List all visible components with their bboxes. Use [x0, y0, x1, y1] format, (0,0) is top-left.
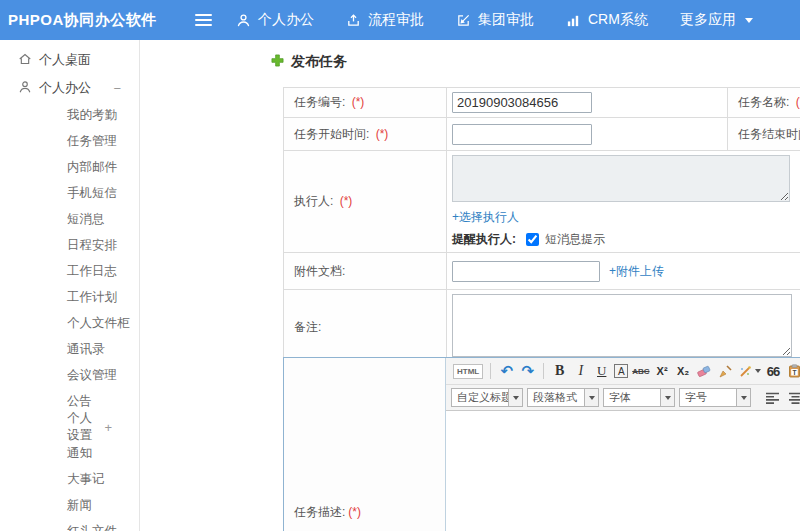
plus-icon [271, 54, 284, 70]
remove-format-eraser-icon[interactable] [696, 361, 713, 381]
remind-executor-label: 提醒执行人: [452, 231, 516, 248]
font-style-button[interactable]: A [614, 364, 628, 378]
sidebar: 个人桌面 个人办公 − 我的考勤 任务管理 内部邮件 手机短信 短消息 日程安排… [0, 40, 140, 531]
start-time-input[interactable] [452, 124, 592, 145]
sidebar-item-my-attendance[interactable]: 我的考勤 [0, 102, 139, 128]
page-title: 发布任务 [271, 53, 347, 71]
caret-down-icon [660, 389, 674, 406]
nav-label: 个人办公 [258, 11, 314, 29]
format-brush-broom-icon[interactable] [717, 361, 734, 381]
remark-textarea[interactable] [452, 294, 792, 357]
user-icon [236, 13, 251, 28]
sms-remind-option: 短消息提示 [545, 231, 605, 248]
align-left-icon[interactable] [764, 388, 781, 408]
sidebar-item-label: 个人办公 [39, 79, 91, 97]
redo-icon[interactable]: ↷ [519, 361, 536, 381]
required-mark: (*) [348, 505, 361, 519]
main-content: 发布任务 任务编号: (*) 任务名称: (*) 任务开 [141, 40, 800, 531]
task-no-input[interactable] [452, 92, 592, 113]
sidebar-item-label: 个人桌面 [39, 51, 91, 69]
sidebar-item-personal-desktop[interactable]: 个人桌面 [0, 46, 139, 74]
toolbar-separator [543, 363, 544, 379]
home-icon [18, 52, 32, 69]
sidebar-item-internal-mail[interactable]: 内部邮件 [0, 154, 139, 180]
sidebar-item-clipped[interactable]: 红头文件 [0, 518, 139, 531]
sidebar-item-task-management[interactable]: 任务管理 [0, 128, 139, 154]
nav-label: CRM系统 [588, 11, 648, 29]
expand-plus-icon[interactable]: + [104, 420, 112, 435]
strikethrough-button[interactable]: ABC [632, 361, 649, 381]
task-no-label: 任务编号: (*) [284, 88, 447, 118]
sidebar-item-short-message[interactable]: 短消息 [0, 206, 139, 232]
hamburger-menu-icon[interactable] [195, 14, 212, 26]
user-icon [18, 80, 32, 97]
executor-textarea[interactable] [452, 155, 790, 202]
underline-button[interactable]: U [593, 361, 610, 381]
nav-label: 集团审批 [478, 11, 534, 29]
sidebar-item-phone-sms[interactable]: 手机短信 [0, 180, 139, 206]
html-source-button[interactable]: HTML [453, 364, 483, 379]
font-size-select[interactable]: 字号 [679, 388, 751, 407]
chart-icon [566, 13, 581, 28]
italic-button[interactable]: I [572, 361, 589, 381]
sidebar-item-personal-files[interactable]: 个人文件柜 [0, 310, 139, 336]
task-form-table: 任务编号: (*) 任务名称: (*) 任务开始时间: (*) [283, 87, 800, 365]
task-description-section: 任务描述: (*) HTML ↶ ↷ B I U A ABC X² X₂ [283, 357, 800, 531]
attachment-upload-link[interactable]: +附件上传 [609, 263, 664, 280]
align-center-icon[interactable] [787, 388, 800, 408]
attachment-input[interactable] [452, 261, 600, 282]
sidebar-item-schedule[interactable]: 日程安排 [0, 232, 139, 258]
font-family-select[interactable]: 字体 [603, 388, 675, 407]
sidebar-item-major-events[interactable]: 大事记 [0, 466, 139, 492]
superscript-button[interactable]: X² [654, 361, 671, 381]
sidebar-item-news[interactable]: 新闻 [0, 492, 139, 518]
svg-text:T: T [792, 369, 796, 376]
format-painter-wand-icon[interactable] [738, 361, 761, 381]
sidebar-item-work-plan[interactable]: 工作计划 [0, 284, 139, 310]
table-row: 任务开始时间: (*) 任务结束时间: (*) [284, 118, 800, 151]
sidebar-item-notification[interactable]: 通知 [0, 440, 139, 466]
collapse-minus-icon[interactable]: − [113, 81, 121, 96]
remark-label: 备注: [284, 290, 447, 365]
table-row: 任务编号: (*) 任务名称: (*) [284, 88, 800, 118]
nav-group-approval[interactable]: 集团审批 [456, 11, 534, 29]
task-name-label: 任务名称: (*) [728, 88, 800, 118]
required-mark: (*) [376, 127, 389, 141]
nav-workflow-approval[interactable]: 流程审批 [346, 11, 424, 29]
editor-content-area[interactable] [446, 411, 800, 531]
sidebar-item-personal-settings[interactable]: 个人设置 + [0, 414, 139, 440]
nav-label: 流程审批 [368, 11, 424, 29]
app-logo: PHPOA协同办公软件 [8, 11, 158, 30]
sms-remind-checkbox[interactable] [526, 233, 539, 246]
sidebar-item-personal-office[interactable]: 个人办公 − [0, 74, 139, 102]
nav-crm-system[interactable]: CRM系统 [566, 11, 648, 29]
blockquote-button[interactable]: 66 [765, 361, 782, 381]
nav-label: 更多应用 [680, 11, 736, 29]
required-mark: (*) [352, 95, 365, 109]
sidebar-item-work-log[interactable]: 工作日志 [0, 258, 139, 284]
executor-label: 执行人: (*) [284, 151, 447, 253]
paragraph-format-select[interactable]: 段落格式 [527, 388, 599, 407]
custom-heading-select[interactable]: 自定义标题 [451, 388, 523, 407]
sidebar-item-meeting-management[interactable]: 会议管理 [0, 362, 139, 388]
undo-icon[interactable]: ↶ [498, 361, 515, 381]
workflow-icon [346, 13, 361, 28]
end-time-label: 任务结束时间: (*) [728, 118, 800, 151]
choose-executor-link[interactable]: +选择执行人 [452, 210, 519, 224]
required-mark: (*) [796, 95, 800, 109]
bold-button[interactable]: B [551, 361, 568, 381]
nav-more-apps[interactable]: 更多应用 [680, 11, 753, 29]
sidebar-item-contacts[interactable]: 通讯录 [0, 336, 139, 362]
start-time-label: 任务开始时间: (*) [284, 118, 447, 151]
app-window: PHPOA协同办公软件 个人办公 流程审批 [0, 0, 800, 531]
editor-toolbar-row2: 自定义标题 段落格式 字体 字号 [446, 385, 800, 411]
paste-from-word-icon[interactable]: T [786, 361, 800, 381]
subscript-button[interactable]: X₂ [675, 361, 692, 381]
caret-down-icon [736, 389, 750, 406]
attachment-label: 附件文档: [284, 253, 447, 290]
caret-down-icon [745, 18, 753, 23]
nav-personal-office[interactable]: 个人办公 [236, 11, 314, 29]
toolbar-separator [490, 363, 491, 379]
table-row: 执行人: (*) +选择执行人 提醒执行人: 短消息提示 [284, 151, 800, 253]
task-description-label: 任务描述: (*) [284, 358, 446, 531]
